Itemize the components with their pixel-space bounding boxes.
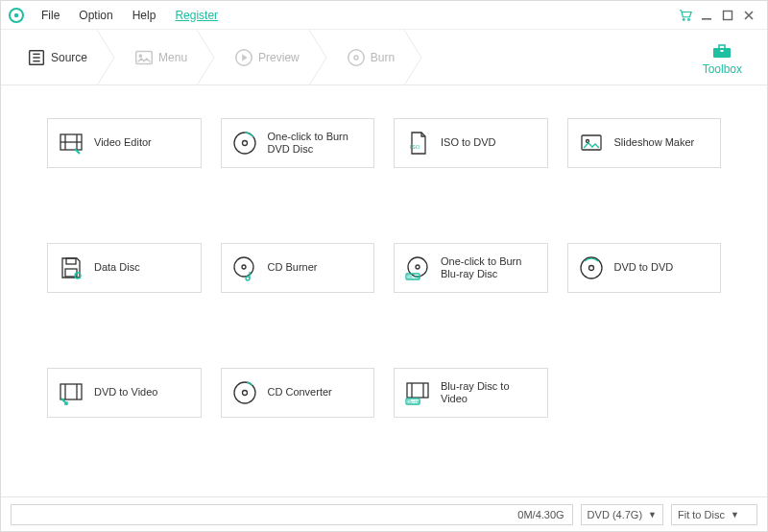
tool-label: CD Converter: [268, 386, 332, 399]
tool-label: DVD to Video: [94, 386, 157, 399]
tool-one-click-dvd[interactable]: One-click to Burn DVD Disc: [221, 118, 375, 168]
svg-point-30: [234, 257, 253, 277]
tool-label: Blu-ray Disc to Video: [441, 380, 538, 405]
maximize-icon[interactable]: [717, 5, 738, 26]
svg-point-38: [588, 266, 593, 271]
svg-rect-27: [66, 258, 76, 264]
disc-burn-icon: [231, 130, 258, 157]
step-nav: Source Menu Preview: [1, 30, 767, 85]
capacity-text: 0M/4.30G: [517, 509, 564, 520]
disc-type-select[interactable]: DVD (4.7G) ▼: [581, 504, 663, 525]
cart-icon[interactable]: [675, 5, 696, 26]
tool-label: Slideshow Maker: [614, 136, 695, 149]
tool-bluray-to-video[interactable]: Blu-ray Blu-ray Disc to Video: [394, 368, 548, 418]
tool-label: One-click to Burn DVD Disc: [268, 131, 365, 156]
step-menu[interactable]: Menu: [108, 30, 208, 85]
step-source[interactable]: Source: [1, 30, 108, 85]
svg-point-34: [416, 265, 420, 269]
step-burn[interactable]: Burn: [321, 30, 416, 85]
svg-rect-16: [713, 48, 731, 58]
fit-mode-select[interactable]: Fit to Disc ▼: [671, 504, 757, 525]
floppy-icon: [58, 254, 84, 281]
app-window: File Option Help Register Source: [0, 0, 768, 532]
svg-point-32: [246, 277, 250, 280]
cd-convert-icon: [231, 379, 258, 406]
capacity-field: 0M/4.30G: [11, 504, 573, 525]
step-preview-label: Preview: [258, 51, 300, 64]
slideshow-icon: [578, 130, 605, 157]
chevron-down-icon: ▼: [648, 510, 657, 520]
svg-point-11: [139, 55, 141, 57]
svg-point-31: [242, 265, 246, 269]
bluray-disc-icon: Blu-ray: [404, 254, 431, 281]
menu-help[interactable]: Help: [123, 9, 166, 22]
svg-rect-17: [721, 50, 724, 52]
dvd-video-icon: [58, 379, 84, 406]
iso-file-icon: ISO: [404, 130, 431, 157]
source-icon: [26, 47, 47, 68]
tool-label: One-click to Burn Blu-ray Disc: [441, 255, 538, 280]
menu-step-icon: [133, 47, 155, 68]
tool-cd-converter[interactable]: CD Converter: [221, 368, 375, 418]
svg-point-3: [688, 18, 690, 20]
menu-register[interactable]: Register: [165, 9, 228, 22]
tool-grid: Video Editor One-click to Burn DVD Disc …: [47, 118, 721, 418]
svg-point-15: [354, 55, 358, 59]
tool-label: Data Disc: [94, 261, 140, 274]
chevron-down-icon: ▼: [731, 510, 739, 520]
bluray-video-icon: Blu-ray: [404, 379, 431, 406]
tool-video-editor[interactable]: Video Editor: [47, 118, 202, 168]
tool-slideshow-maker[interactable]: Slideshow Maker: [567, 118, 722, 168]
step-preview[interactable]: Preview: [208, 30, 321, 85]
burn-icon: [346, 47, 367, 68]
svg-point-43: [242, 391, 247, 396]
tool-dvd-to-video[interactable]: DVD to Video: [47, 368, 202, 418]
step-menu-label: Menu: [158, 51, 187, 64]
svg-marker-13: [242, 54, 247, 60]
tool-grid-area: Video Editor One-click to Burn DVD Disc …: [1, 85, 767, 496]
tool-label: DVD to DVD: [614, 261, 674, 274]
video-editor-icon: [58, 130, 84, 157]
fit-mode-value: Fit to Disc: [678, 509, 725, 520]
svg-point-2: [683, 18, 684, 20]
svg-point-14: [348, 49, 365, 65]
dvd-copy-icon: [578, 254, 605, 281]
status-bar: 0M/4.30G DVD (4.7G) ▼ Fit to Disc ▼: [1, 496, 767, 531]
svg-rect-5: [724, 11, 732, 19]
disc-type-value: DVD (4.7G): [588, 509, 642, 520]
tool-label: Video Editor: [94, 136, 152, 149]
tool-label: CD Burner: [268, 261, 318, 274]
svg-rect-4: [702, 18, 711, 20]
menu-option[interactable]: Option: [69, 9, 122, 22]
toolbox-icon: [710, 39, 733, 60]
app-logo-icon: [9, 8, 24, 23]
tool-dvd-to-dvd[interactable]: DVD to DVD: [567, 243, 722, 293]
tool-data-disc[interactable]: Data Disc: [47, 243, 202, 293]
step-burn-label: Burn: [371, 51, 395, 64]
menubar: File Option Help Register: [1, 1, 767, 30]
tool-one-click-bluray[interactable]: Blu-ray One-click to Burn Blu-ray Disc: [394, 243, 548, 293]
svg-text:ISO: ISO: [410, 144, 420, 150]
svg-rect-44: [407, 383, 428, 398]
toolbox-button[interactable]: Toolbox: [678, 30, 767, 85]
menu-file[interactable]: File: [32, 9, 69, 22]
preview-icon: [233, 47, 254, 68]
svg-point-37: [581, 257, 602, 278]
close-icon[interactable]: [738, 5, 759, 26]
svg-text:Blu-ray: Blu-ray: [407, 275, 421, 279]
svg-point-26: [586, 140, 588, 143]
step-source-label: Source: [51, 51, 87, 64]
svg-point-1: [14, 12, 18, 16]
minimize-icon[interactable]: [696, 5, 717, 26]
tool-iso-to-dvd[interactable]: ISO ISO to DVD: [394, 118, 548, 168]
svg-point-23: [242, 141, 247, 146]
svg-text:Blu-ray: Blu-ray: [407, 399, 421, 404]
svg-rect-39: [60, 384, 82, 399]
tool-label: ISO to DVD: [441, 136, 495, 149]
tool-cd-burner[interactable]: CD Burner: [221, 243, 375, 293]
toolbox-label: Toolbox: [703, 62, 742, 76]
cd-music-icon: [231, 254, 258, 281]
